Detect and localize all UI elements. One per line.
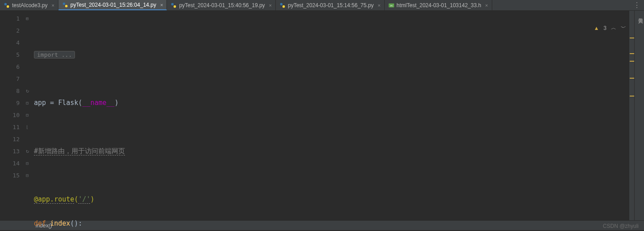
tab-file-4[interactable]: H htmlTest_2024-03-01_103142_33.h × [385,0,492,10]
fold-toggle-icon[interactable]: ⊟ [26,97,29,109]
svg-rect-7 [283,5,285,8]
comment: #新增路由，用于访问前端网页 [34,147,125,155]
fold-toggle-icon[interactable]: ⊞ [26,13,29,25]
decorator: @app.route [34,195,74,204]
svg-rect-1 [7,5,9,8]
svg-rect-0 [4,3,7,5]
python-icon [170,2,177,8]
tab-file-1[interactable]: pyTest_2024-03-01_15:26:04_14.py × [58,0,167,10]
watermark: CSDN @zhyuli [603,223,639,229]
line-number: 4 [0,37,20,49]
close-icon[interactable]: × [51,3,54,8]
tab-file-0[interactable]: testAIcode3.py × [0,0,58,10]
line-number: 7 [0,73,20,85]
error-stripe[interactable] [629,11,634,220]
python-icon [62,2,68,8]
line-number: 11 [0,121,20,133]
close-icon[interactable]: × [378,3,380,8]
html-icon: H [388,2,395,8]
stripe-mark[interactable] [630,78,634,79]
stripe-mark[interactable] [630,38,634,38]
svg-text:H: H [390,4,392,7]
line-number: 1 [0,13,20,25]
warning-count: 3 [603,25,607,31]
line-number: 6 [0,61,20,73]
ai-hint-icon[interactable]: ↻ [26,145,29,157]
line-number: 15 [0,169,20,181]
tab-label: testAIcode3.py [12,2,47,8]
fold-toggle-icon[interactable]: ⊟ [26,109,29,121]
line-number: 2 [0,25,20,37]
line-number: 10 [0,109,20,121]
inspection-widget[interactable]: ▲ 3 ︿ ﹀ [594,24,626,32]
svg-rect-5 [174,5,176,8]
line-number: 14 [0,157,20,169]
svg-rect-4 [171,3,174,5]
python-icon [4,2,10,8]
fold-toggle-icon[interactable]: ⊟ [26,157,29,169]
stripe-mark[interactable] [630,53,634,54]
svg-rect-2 [63,2,65,4]
line-gutter: 1 2 4 5 6 7 8 9 10 11 12 13 14 15 [0,11,25,220]
line-number: 5 [0,49,20,61]
tab-file-2[interactable]: pyTest_2024-03-01_15:40:56_19.py × [167,0,276,10]
prev-highlight-icon[interactable]: ︿ [611,24,616,32]
tab-overflow: ⋮ [630,0,644,10]
fold-column: ⊞ ↻ ⊟ ⊟ ⌊ ↻ ⊟ ⊟ [25,11,34,220]
fold-toggle-icon[interactable]: ⊟ [26,169,29,181]
line-number: 13 [0,145,20,157]
svg-rect-6 [280,3,283,5]
editor-tabs: testAIcode3.py × pyTest_2024-03-01_15:26… [0,0,644,11]
tab-label: pyTest_2024-03-01_15:26:04_14.py [71,2,156,8]
line-number: 12 [0,133,20,145]
tab-label: pyTest_2024-03-01_15:14:56_75.py [288,2,374,8]
close-icon[interactable]: × [485,3,488,8]
editor: 1 2 4 5 6 7 8 9 10 11 12 13 14 15 ⊞ ↻ ⊟ … [0,11,644,220]
tab-label: pyTest_2024-03-01_15:40:56_19.py [179,2,265,8]
more-icon[interactable]: ⋮ [633,1,640,9]
svg-rect-3 [65,5,67,7]
right-toolwindow-bar[interactable]: 锁入关异 [634,11,644,220]
close-icon[interactable]: × [269,3,272,8]
next-highlight-icon[interactable]: ﹀ [621,24,626,32]
line-number: 8 [0,85,20,97]
ai-hint-icon[interactable]: ↻ [26,85,29,97]
line-number: 9 [0,97,20,109]
fold-end-icon[interactable]: ⌊ [26,121,29,133]
stripe-mark[interactable] [630,96,634,97]
python-icon [279,2,286,8]
folded-import[interactable]: import ... [34,51,75,59]
code-area[interactable]: import ... app = Flask(__name__) #新增路由，用… [34,11,629,220]
tab-label: htmlTest_2024-03-01_103142_33.h [397,2,481,8]
close-icon[interactable]: × [160,2,163,8]
warning-icon: ▲ [594,25,599,31]
stripe-mark[interactable] [630,61,634,62]
tab-file-3[interactable]: pyTest_2024-03-01_15:14:56_75.py × [276,0,385,10]
